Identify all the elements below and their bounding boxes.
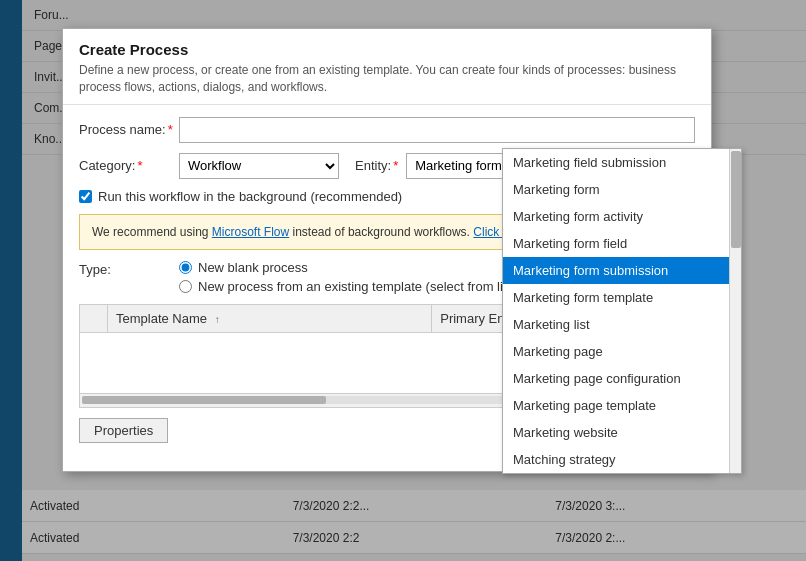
dropdown-item-9[interactable]: Marketing page template: [503, 392, 741, 419]
process-name-input[interactable]: [179, 117, 695, 143]
warning-text-before: We recommend using: [92, 225, 212, 239]
background-checkbox-label: Run this workflow in the background (rec…: [98, 189, 402, 204]
properties-button[interactable]: Properties: [79, 418, 168, 443]
dialog-header: Create Process Define a new process, or …: [63, 29, 711, 105]
radio-new-blank-input[interactable]: [179, 261, 192, 274]
dropdown-item-10[interactable]: Marketing website: [503, 419, 741, 446]
dropdown-item-1[interactable]: Marketing form: [503, 176, 741, 203]
template-name-col[interactable]: Template Name ↑: [108, 305, 432, 332]
radio-from-template-input[interactable]: [179, 280, 192, 293]
radio-new-blank-label: New blank process: [198, 260, 308, 275]
dropdown-scroll-thumb: [731, 151, 741, 248]
radio-from-template-label: New process from an existing template (s…: [198, 279, 521, 294]
dropdown-item-5[interactable]: Marketing form template: [503, 284, 741, 311]
required-star-entity: *: [393, 158, 398, 173]
dropdown-item-8[interactable]: Marketing page configuration: [503, 365, 741, 392]
dialog-title: Create Process: [79, 41, 695, 58]
sort-arrow: ↑: [215, 314, 220, 325]
dropdown-scrollbar[interactable]: [729, 149, 741, 473]
dropdown-item-3[interactable]: Marketing form field: [503, 230, 741, 257]
dropdown-item-4[interactable]: Marketing form submission: [503, 257, 741, 284]
required-star-name: *: [168, 122, 173, 137]
required-star-category: *: [137, 158, 142, 173]
radio-new-blank: New blank process: [179, 260, 521, 275]
table-check-col: [80, 305, 108, 332]
radio-from-template: New process from an existing template (s…: [179, 279, 521, 294]
dropdown-item-2[interactable]: Marketing form activity: [503, 203, 741, 230]
background-checkbox[interactable]: [79, 190, 92, 203]
category-select[interactable]: Workflow: [179, 153, 339, 179]
entity-label: Entity:*: [355, 158, 398, 173]
scroll-thumb: [82, 396, 326, 404]
dropdown-item-11[interactable]: Matching strategy: [503, 446, 741, 473]
dropdown-item-6[interactable]: Marketing list: [503, 311, 741, 338]
category-label: Category:*: [79, 158, 179, 173]
process-name-row: Process name:*: [79, 117, 695, 143]
process-name-label: Process name:*: [79, 122, 179, 137]
entity-dropdown: Marketing field submission Marketing for…: [502, 148, 742, 474]
dropdown-item-0[interactable]: Marketing field submission: [503, 149, 741, 176]
type-label: Type:: [79, 260, 179, 277]
dropdown-item-7[interactable]: Marketing page: [503, 338, 741, 365]
microsoft-flow-link[interactable]: Microsoft Flow: [212, 225, 289, 239]
dialog-subtitle: Define a new process, or create one from…: [79, 62, 695, 96]
warning-middle: instead of background workflows.: [289, 225, 473, 239]
radio-group: New blank process New process from an ex…: [179, 260, 521, 294]
